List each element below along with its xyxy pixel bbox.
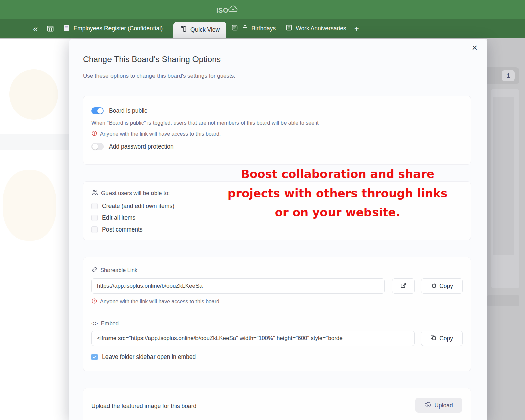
option-label: Edit all items: [102, 214, 135, 221]
app-logo: ISO: [216, 4, 239, 15]
copy-link-button[interactable]: Copy: [421, 278, 463, 294]
create-checkbox[interactable]: [91, 203, 98, 209]
quick-view-icon: [180, 25, 187, 34]
embed-row: Copy: [91, 331, 463, 346]
tab-label: Quick View: [190, 26, 220, 33]
guest-permissions-options: Create (and edit own items) Edit all ite…: [91, 200, 463, 236]
option-edit-all: Edit all items: [91, 212, 463, 224]
background-band: [0, 134, 69, 150]
shareable-link-input[interactable]: [91, 278, 385, 294]
option-label: Post comments: [102, 226, 143, 233]
background-card: [491, 89, 519, 288]
divider: [487, 49, 525, 49]
password-protection-toggle[interactable]: [91, 143, 104, 150]
checkbox-label: Leave folder sidebar open in embed: [102, 353, 196, 361]
modal-subtitle: Use these options to change this board's…: [83, 73, 235, 79]
open-link-button[interactable]: [392, 278, 415, 294]
external-link-icon: [400, 282, 407, 290]
board-public-label: Board is public: [109, 107, 147, 114]
add-tab-button[interactable]: +: [351, 24, 362, 33]
embed-sidebar-row: Leave folder sidebar open in embed: [91, 353, 463, 361]
background-card-content: [493, 97, 514, 255]
tab-work-anniversaries[interactable]: Work Anniversaries: [280, 19, 351, 38]
close-icon[interactable]: ✕: [470, 43, 480, 53]
count-badge: 1: [502, 70, 515, 81]
people-icon: [91, 189, 98, 197]
toggle-knob: [97, 108, 103, 114]
button-label: Copy: [439, 283, 453, 290]
tab-label: Employees Register (Confidential): [73, 25, 163, 32]
copy-icon: [430, 334, 437, 342]
label-text: Embed: [101, 320, 119, 327]
copy-icon: [430, 282, 437, 290]
heading-text: Guest users will be able to:: [101, 190, 170, 197]
modal-title: Change This Board's Sharing Options: [83, 55, 221, 64]
tab-label: Birthdays: [251, 25, 276, 32]
collapse-sidebar-icon[interactable]: «: [33, 24, 38, 33]
app-header: ISO: [0, 0, 525, 19]
warning-text: Anyone with the link will have access to…: [100, 131, 221, 137]
alert-circle-icon: [91, 298, 97, 305]
tab-quick-view[interactable]: Quick View: [173, 22, 226, 38]
board-grid-icon[interactable]: [46, 25, 54, 33]
share-link-section: Shareable Link: [83, 257, 471, 371]
label-text: Shareable Link: [100, 267, 137, 274]
copy-embed-button[interactable]: Copy: [421, 331, 463, 346]
lock-icon: [242, 24, 248, 33]
background-blob: [9, 69, 58, 120]
annotation-line: Boost collaboration and share: [218, 165, 457, 184]
featured-image-label: Upload the featured image for this board: [91, 403, 196, 410]
tab-label: Work Anniversaries: [296, 25, 346, 32]
embed-code-input[interactable]: [91, 331, 415, 346]
edit-all-checkbox[interactable]: [91, 215, 98, 221]
list-icon: [231, 24, 238, 33]
alert-circle-icon: [91, 130, 97, 138]
button-label: Copy: [439, 335, 453, 342]
cloud-plus-icon: [228, 4, 239, 15]
embed-label: <> Embed: [91, 320, 463, 327]
share-link-row: Copy: [91, 278, 463, 294]
option-post-comments: Post comments: [91, 224, 463, 236]
link-access-warning: Anyone with the link will have access to…: [91, 298, 463, 305]
link-access-warning: Anyone with the link will have access to…: [91, 130, 463, 138]
background-footer-bar: [487, 295, 519, 306]
board-public-row: Board is public: [91, 107, 463, 114]
tab-employees-register[interactable]: Employees Register (Confidential): [63, 24, 163, 33]
dimmed-page-right: 1: [487, 38, 525, 420]
post-comments-checkbox[interactable]: [91, 226, 98, 233]
list-icon: [285, 24, 293, 33]
document-icon: [63, 24, 70, 33]
guest-permissions-section: Guest users will be able to: Create (and…: [83, 181, 471, 240]
link-icon: [91, 266, 98, 274]
public-description: When "Board is public" is toggled, users…: [91, 120, 463, 126]
guest-permissions-heading: Guest users will be able to:: [91, 189, 463, 197]
board-tab-bar: « Employees Register (Confidential): [0, 19, 525, 38]
logo-text: ISO: [216, 5, 228, 15]
shareable-link-label: Shareable Link: [91, 266, 463, 274]
option-create: Create (and edit own items): [91, 200, 463, 212]
toggle-knob: [92, 144, 98, 150]
option-label: Create (and edit own items): [102, 203, 174, 210]
sidebar-open-checkbox[interactable]: [91, 354, 98, 360]
tab-birthdays[interactable]: Birthdays: [226, 19, 280, 38]
board-public-toggle[interactable]: [91, 107, 104, 114]
warning-text: Anyone with the link will have access to…: [100, 299, 221, 305]
screen: ISO « Employees Regi: [0, 0, 525, 420]
page-background-left: [0, 39, 69, 420]
featured-image-section: Upload the featured image for this board…: [83, 388, 471, 420]
sharing-options-modal: ✕ Change This Board's Sharing Options Us…: [69, 39, 487, 420]
cloud-upload-icon: [424, 401, 431, 410]
code-icon: <>: [91, 321, 98, 327]
password-protection-label: Add password protection: [109, 143, 174, 150]
background-blob: [3, 170, 56, 241]
button-label: Upload: [434, 402, 453, 409]
password-protection-row: Add password protection: [91, 143, 463, 150]
visibility-section: Board is public When "Board is public" i…: [83, 96, 471, 165]
upload-button[interactable]: Upload: [415, 398, 462, 413]
